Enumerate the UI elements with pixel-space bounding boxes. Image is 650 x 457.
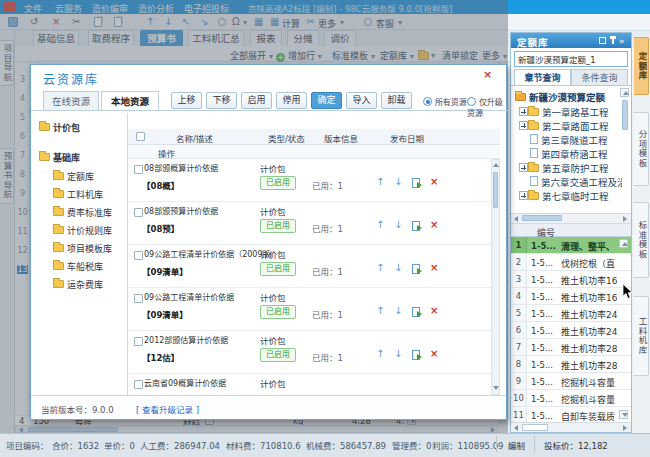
import-button[interactable]: 导入 <box>346 92 377 109</box>
tree-item-chapter2[interactable]: 第二章路面工程 <box>519 119 608 133</box>
tab-condition-query[interactable]: 条件查询 <box>571 69 628 86</box>
row-export-icon[interactable] <box>412 350 420 360</box>
side-tab-quota-library[interactable]: 定额库 <box>634 37 649 95</box>
quota-search-input[interactable] <box>514 51 628 67</box>
row-delete-icon[interactable]: × <box>430 305 438 316</box>
dialog-tab-local[interactable]: 本地资源 <box>101 91 159 111</box>
resource-row[interactable]: 2012部颁估算计价依据 【12估】 计价包 已启用 已用：1 ↑ ↓ × <box>128 331 491 374</box>
side-tab-resource-library[interactable]: 工料机库 <box>634 296 649 376</box>
row-move-up-icon[interactable]: ↑ <box>376 176 384 187</box>
panel-menu-icon[interactable]: » <box>619 36 625 46</box>
dialog-scroll-thumb[interactable] <box>493 172 498 208</box>
tree-h-scroll-thumb[interactable] <box>522 215 562 221</box>
scroll-up-icon[interactable] <box>493 163 499 167</box>
tree-item-freight-lib[interactable]: 运杂费库 <box>53 278 103 291</box>
quota-row[interactable]: 1 1-5... 清理、整平、 <box>511 237 631 254</box>
resource-row[interactable]: 云南省09概算计价依据 计价包 <box>128 374 491 395</box>
row-delete-icon[interactable]: × <box>430 348 438 359</box>
enable-button[interactable]: 启用 <box>241 92 272 109</box>
row-move-down-icon[interactable]: ↓ <box>394 305 402 316</box>
row-checkbox[interactable] <box>134 208 143 217</box>
quota-row[interactable]: 7 1-5... 推土机功率28 <box>511 339 631 356</box>
tree-item-chapter4[interactable]: 第四章桥涵工程 <box>530 147 607 161</box>
resource-row[interactable]: 09公路工程清单计价依据 【09清单】 计价包 已启用 已用：1 ↑ ↓ × <box>128 288 491 331</box>
tree-root-quota[interactable]: 新疆沙漠预算定额 <box>515 90 605 104</box>
quota-row[interactable]: 4 1-5... 推土机功率16 <box>511 288 631 305</box>
move-up-button[interactable]: 上移 <box>171 92 202 109</box>
quota-row[interactable]: 2 1-5... 伐树挖根（直 <box>511 254 631 271</box>
row-move-up-icon[interactable]: ↑ <box>376 305 384 316</box>
side-tab-standard-template[interactable]: 标准模板 <box>634 202 649 278</box>
radio-all-resources[interactable]: 所有资源 <box>423 96 467 107</box>
tree-scroll-thumb[interactable] <box>622 100 628 130</box>
row-checkbox[interactable] <box>134 337 143 346</box>
dialog-close-icon[interactable]: × <box>483 68 492 81</box>
pin-icon[interactable] <box>612 36 614 44</box>
quota-h-scrollbar[interactable] <box>511 422 631 432</box>
tree-item-chapter5[interactable]: 第五章防护工程 <box>519 161 608 175</box>
scroll-right-icon[interactable] <box>623 216 627 222</box>
resource-row[interactable]: 09公路工程清单计价依据（2009版本） 【09清单】 计价包 已启用 已用：1… <box>128 245 491 288</box>
scroll-down-icon[interactable] <box>493 386 499 390</box>
view-upgrade-log-link[interactable]: [ 查看升级记录 ] <box>136 403 199 415</box>
row-checkbox[interactable] <box>134 380 143 389</box>
quota-row[interactable]: 3 1-5... 推土机功率16 <box>511 271 631 288</box>
quota-row[interactable]: 6 1-5... 推土机功率24 <box>511 322 631 339</box>
select-all-checkbox[interactable] <box>136 132 145 141</box>
row-move-down-icon[interactable]: ↓ <box>394 348 402 359</box>
resource-row[interactable]: 08部颁预算计价依据 【08预】 计价包 已启用 已用：1 ↑ ↓ × <box>128 202 491 245</box>
row-move-down-icon[interactable]: ↓ <box>394 262 402 273</box>
quota-row[interactable]: 10 1-5... 挖掘机斗容量 <box>511 390 631 407</box>
row-move-down-icon[interactable]: ↓ <box>394 219 402 230</box>
tree-h-scrollbar[interactable] <box>511 213 631 224</box>
quota-row[interactable]: 5 1-5... 推土机功率24 <box>511 305 631 322</box>
quota-row[interactable]: 9 1-5... 挖掘机斗容量 <box>511 373 631 390</box>
tree-item-chapter3[interactable]: 第三章隧道工程 <box>530 133 607 147</box>
expand-icon[interactable] <box>519 107 528 116</box>
expand-icon[interactable] <box>519 163 528 172</box>
row-export-icon[interactable] <box>412 221 420 231</box>
tree-item-resource-lib[interactable]: 工料机库 <box>53 188 103 201</box>
tree-item-project-template-lib[interactable]: 项目模板库 <box>53 242 112 255</box>
row-checkbox[interactable] <box>134 251 143 260</box>
row-delete-icon[interactable]: × <box>430 219 438 230</box>
dialog-v-scrollbar[interactable] <box>491 159 500 395</box>
table-scroll-down[interactable] <box>619 410 628 419</box>
row-move-up-icon[interactable]: ↑ <box>376 348 384 359</box>
row-export-icon[interactable] <box>412 178 420 188</box>
uninstall-button[interactable]: 卸载 <box>381 92 412 109</box>
row-delete-icon[interactable]: × <box>430 176 438 187</box>
tree-item-pricing-rule-lib[interactable]: 计价规则库 <box>53 224 112 237</box>
tree-item-pricing-package[interactable]: 计价包 <box>39 121 80 134</box>
row-move-down-icon[interactable]: ↓ <box>394 176 402 187</box>
row-checkbox[interactable] <box>134 294 143 303</box>
tree-item-vehicle-tax-lib[interactable]: 车船税库 <box>53 260 103 273</box>
tree-scroll-up[interactable] <box>620 88 629 97</box>
table-scroll-up[interactable] <box>619 239 628 248</box>
tree-item-chapter1[interactable]: 第一章路基工程 <box>519 105 608 119</box>
side-tab-item-template[interactable]: 分项模板 <box>634 112 649 186</box>
dialog-tab-online[interactable]: 在线资源 <box>43 91 99 111</box>
move-down-button[interactable]: 下移 <box>206 92 237 109</box>
scroll-left-icon[interactable] <box>514 425 518 431</box>
row-checkbox[interactable] <box>134 165 143 174</box>
quota-row[interactable]: 8 1-5... 推土机功率28 <box>511 356 631 373</box>
row-delete-icon[interactable]: × <box>430 262 438 273</box>
quota-h-scroll-thumb[interactable] <box>522 424 548 431</box>
tree-item-rate-standard-lib[interactable]: 费率标准库 <box>53 206 112 219</box>
row-move-up-icon[interactable]: ↑ <box>376 219 384 230</box>
scroll-left-icon[interactable] <box>514 216 518 222</box>
tab-chapter-query[interactable]: 章节查询 <box>514 69 571 86</box>
tree-item-quota-lib[interactable]: 定额库 <box>53 170 94 183</box>
resource-row[interactable]: 08部颁概算计价依据 【08概】 计价包 已启用 已用：1 ↑ ↓ × <box>128 159 491 202</box>
expand-icon[interactable] <box>519 191 528 200</box>
radio-upgrade-only[interactable]: 仅升级资源 <box>467 96 506 118</box>
tree-item-chapter7[interactable]: 第七章临时工程 <box>519 189 608 203</box>
disable-button[interactable]: 停用 <box>276 92 307 109</box>
float-window-icon[interactable] <box>599 37 606 44</box>
row-export-icon[interactable] <box>412 264 420 274</box>
ok-button[interactable]: 确定 <box>311 92 342 109</box>
expand-icon[interactable] <box>519 121 528 130</box>
tree-item-base-library[interactable]: 基础库 <box>39 151 80 164</box>
scroll-right-icon[interactable] <box>623 425 627 431</box>
